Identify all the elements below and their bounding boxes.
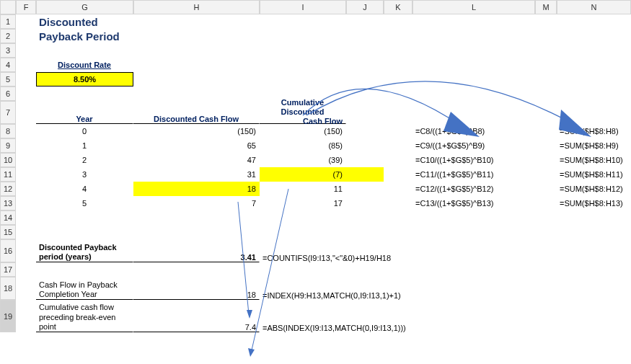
cum-formula[interactable]: =ABS(INDEX(I9:I13,MATCH(0,I9:I13,1)))	[260, 300, 346, 332]
row-header-5[interactable]: 5	[0, 72, 16, 86]
table-row[interactable]: (85)	[260, 138, 346, 153]
col-header-H[interactable]: H	[133, 0, 260, 14]
row-header-2[interactable]: 2	[0, 29, 16, 43]
payback-formula[interactable]: =COUNTIFS(I9:I13,"<"&0)+H19/H18	[260, 239, 346, 262]
col-header-N[interactable]: N	[557, 0, 631, 14]
formula-cell[interactable]: =SUM($H$8:H10)	[557, 153, 631, 167]
payback-value[interactable]: 3.41	[133, 239, 260, 262]
formula-cell[interactable]: =SUM($H$8:H12)	[557, 182, 631, 196]
row-header-4[interactable]: 4	[0, 58, 16, 72]
formula-cell[interactable]: =SUM($H$8:H13)	[557, 196, 631, 210]
row-header-13[interactable]: 13	[0, 196, 16, 210]
col-header-L[interactable]: L	[412, 0, 535, 14]
payback-label[interactable]: Discounted Payback period (years)	[36, 239, 133, 262]
col-header-J[interactable]: J	[346, 0, 384, 14]
corner-cell[interactable]	[0, 0, 16, 14]
table-row[interactable]: (7)	[260, 167, 346, 182]
row-header-19[interactable]: 19	[0, 300, 16, 332]
row-header-11[interactable]: 11	[0, 167, 16, 182]
table-row[interactable]: 5	[36, 196, 133, 210]
formula-cell[interactable]: =SUM($H$8:H11)	[557, 167, 631, 182]
formula-cell[interactable]: =C13/((1+$G$5)^B13)	[412, 196, 535, 210]
cf-value[interactable]: 18	[133, 277, 260, 300]
row-header-6[interactable]: 6	[0, 86, 16, 101]
formula-cell[interactable]: =SUM($H$8:H9)	[557, 138, 631, 153]
title-line1[interactable]: Discounted	[36, 14, 133, 29]
row-header-10[interactable]: 10	[0, 153, 16, 167]
row-header-12[interactable]: 12	[0, 182, 16, 196]
formula-cell[interactable]: =SUM($H$8:H8)	[557, 124, 631, 138]
table-row[interactable]: (150)	[133, 124, 260, 138]
table-row[interactable]: 65	[133, 138, 260, 153]
table-row[interactable]: 17	[260, 196, 346, 210]
table-row[interactable]: (150)	[260, 124, 346, 138]
col-header-I[interactable]: I	[260, 0, 346, 14]
row-header-15[interactable]: 15	[0, 225, 16, 239]
cum-value[interactable]: 7.4	[133, 300, 260, 332]
row-header-16[interactable]: 16	[0, 239, 16, 262]
table-row[interactable]: 11	[260, 182, 346, 196]
formula-cell[interactable]: =C8/((1+$G$5)^B8)	[412, 124, 535, 138]
header-dcf[interactable]: Discounted Cash Flow	[133, 101, 260, 124]
row-header-8[interactable]: 8	[0, 124, 16, 138]
row-header-18[interactable]: 18	[0, 277, 16, 300]
title-line2[interactable]: Payback Period	[36, 29, 133, 43]
table-row[interactable]: (39)	[260, 153, 346, 167]
table-row[interactable]: 0	[36, 124, 133, 138]
cum-label[interactable]: Cumulative cash flow preceding break-eve…	[36, 300, 133, 332]
col-header-M[interactable]: M	[535, 0, 557, 14]
table-row[interactable]: 47	[133, 153, 260, 167]
formula-cell[interactable]: =C10/((1+$G$5)^B10)	[412, 153, 535, 167]
spreadsheet-grid: F G H I J K L M N 1 Discounted 2 Payback…	[0, 0, 631, 332]
row-header-9[interactable]: 9	[0, 138, 16, 153]
col-header-F[interactable]: F	[16, 0, 36, 14]
table-row[interactable]: 7	[133, 196, 260, 210]
cf-label[interactable]: Cash Flow in Payback Completion Year	[36, 277, 133, 300]
formula-cell[interactable]: =C12/((1+$G$5)^B12)	[412, 182, 535, 196]
col-header-G[interactable]: G	[36, 0, 133, 14]
row-header-3[interactable]: 3	[0, 43, 16, 58]
row-header-14[interactable]: 14	[0, 210, 16, 225]
table-row[interactable]: 18	[133, 182, 260, 196]
header-year[interactable]: Year	[36, 101, 133, 124]
discount-rate-value[interactable]: 8.50%	[36, 72, 133, 86]
row-header-17[interactable]: 17	[0, 262, 16, 277]
header-cdcf[interactable]: Cumulative Discounted Cash Flow	[260, 101, 346, 124]
cf-formula[interactable]: =INDEX(H9:H13,MATCH(0,I9:I13,1)+1)	[260, 277, 346, 300]
table-row[interactable]: 4	[36, 182, 133, 196]
formula-cell[interactable]: =C11/((1+$G$5)^B11)	[412, 167, 535, 182]
table-row[interactable]: 3	[36, 167, 133, 182]
table-row[interactable]: 1	[36, 138, 133, 153]
row-header-1[interactable]: 1	[0, 14, 16, 29]
discount-rate-label[interactable]: Discount Rate	[36, 58, 133, 72]
col-header-K[interactable]: K	[384, 0, 412, 14]
table-row[interactable]: 31	[133, 167, 260, 182]
formula-cell[interactable]: =C9/((1+$G$5)^B9)	[412, 138, 535, 153]
row-header-7[interactable]: 7	[0, 101, 16, 124]
cell[interactable]	[16, 14, 36, 29]
table-row[interactable]: 2	[36, 153, 133, 167]
